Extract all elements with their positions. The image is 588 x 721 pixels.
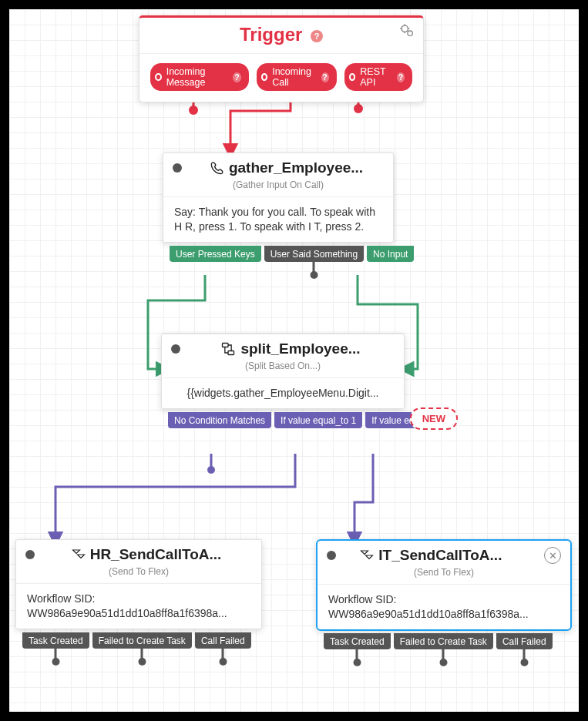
output-tabs: Task Created Failed to Create Task Call … <box>324 633 553 649</box>
trigger-title-text: Trigger <box>240 24 302 45</box>
widget-body: {{widgets.gather_EmployeeMenu.Digit... <box>162 378 404 408</box>
tab-label: Failed to Create Task <box>99 635 186 646</box>
tab-failed-create[interactable]: Failed to Create Task <box>92 632 192 649</box>
tab-equal-1[interactable]: If value equal_to 1 <box>274 412 362 428</box>
gear-icon[interactable] <box>398 22 415 43</box>
port-incoming-call[interactable]: Incoming Call ? <box>257 63 337 91</box>
svg-rect-4 <box>405 24 405 25</box>
tab-label: Failed to Create Task <box>400 636 487 647</box>
widget-subtitle: (Split Based On...) <box>162 360 404 378</box>
flex-icon <box>72 548 86 562</box>
it-send-widget[interactable]: IT_SendCallToA... ✕ (Send To Flex) Workf… <box>316 539 572 631</box>
tab-no-input[interactable]: No Input <box>367 246 414 262</box>
widget-header[interactable]: split_Employee... <box>162 334 404 360</box>
tab-failed-create[interactable]: Failed to Create Task <box>394 633 493 649</box>
svg-rect-6 <box>400 29 402 29</box>
svg-point-2 <box>207 466 215 474</box>
svg-point-1 <box>354 104 363 113</box>
port-label: Incoming Call <box>272 66 317 88</box>
tab-label: Task Created <box>330 636 385 647</box>
widget-body: Workflow SID: WW986a9e90a51d1dd10a8ff8a1… <box>16 584 261 629</box>
output-tabs: User Pressed Keys User Said Something No… <box>170 246 414 262</box>
svg-rect-5 <box>405 32 405 33</box>
tab-label: If value equal_to 1 <box>281 415 356 426</box>
widget-title: gather_Employee... <box>209 159 363 176</box>
gather-widget[interactable]: gather_Employee... (Gather Input On Call… <box>163 153 394 243</box>
widget-subtitle: (Send To Flex) <box>16 566 261 584</box>
trigger-node[interactable]: Trigger ? Incoming Message ? Incoming C <box>139 15 424 102</box>
tab-label: User Pressed Keys <box>176 249 255 260</box>
tab-call-failed[interactable]: Call Failed <box>496 633 553 649</box>
split-widget[interactable]: split_Employee... (Split Based On...) {{… <box>161 334 405 409</box>
widget-title: HR_SendCallToA... <box>72 546 222 563</box>
tab-no-match[interactable]: No Condition Matches <box>168 412 271 428</box>
close-icon[interactable]: ✕ <box>544 547 561 564</box>
tab-label: Call Failed <box>502 636 546 647</box>
widget-title: split_Employee... <box>220 340 360 357</box>
output-tabs: Task Created Failed to Create Task Call … <box>22 632 251 649</box>
tab-call-failed[interactable]: Call Failed <box>195 632 251 649</box>
body-value: WW986a9e90a51d1dd10a8ff8a1f6398a... <box>27 606 250 621</box>
widget-title-text: split_Employee... <box>240 340 360 357</box>
tab-label: No Condition Matches <box>174 415 265 426</box>
tab-label: No Input <box>373 249 408 260</box>
svg-rect-10 <box>228 351 234 355</box>
phone-icon <box>209 160 224 176</box>
widget-subtitle: (Gather Input On Call) <box>163 179 393 197</box>
tab-label: Task Created <box>29 635 83 646</box>
svg-rect-7 <box>408 29 409 29</box>
help-icon[interactable]: ? <box>397 72 405 82</box>
grip-icon[interactable] <box>173 163 182 173</box>
tab-label: Call Failed <box>201 635 245 646</box>
help-icon[interactable]: ? <box>233 72 240 82</box>
widget-title: IT_SendCallToA... <box>360 547 502 564</box>
widget-header[interactable]: HR_SendCallToA... <box>16 540 261 566</box>
port-circle-icon <box>349 73 356 81</box>
trigger-ports: Incoming Message ? Incoming Call ? REST … <box>139 54 423 102</box>
new-condition-button[interactable]: NEW <box>410 407 458 430</box>
tab-label: User Said Something <box>270 249 358 260</box>
tab-user-said-something[interactable]: User Said Something <box>264 246 364 262</box>
split-icon <box>220 341 236 357</box>
body-label: Workflow SID: <box>27 592 250 606</box>
widget-title-text: gather_Employee... <box>229 159 363 176</box>
body-value: WW986a9e90a51d1dd10a8ff8a1f6398a... <box>328 607 559 622</box>
port-rest-api[interactable]: REST API ? <box>344 63 412 91</box>
flex-icon <box>360 548 374 562</box>
tab-task-created[interactable]: Task Created <box>22 632 89 649</box>
port-circle-icon <box>261 73 268 81</box>
widget-title-text: IT_SendCallToA... <box>378 547 502 564</box>
widget-body: Workflow SID: WW986a9e90a51d1dd10a8ff8a1… <box>318 585 570 629</box>
grip-icon[interactable] <box>327 551 336 560</box>
port-label: Incoming Message <box>166 66 230 88</box>
hr-send-widget[interactable]: HR_SendCallToA... (Send To Flex) Workflo… <box>15 539 262 629</box>
tab-user-pressed-keys[interactable]: User Pressed Keys <box>170 246 261 262</box>
trigger-title: Trigger ? <box>139 18 423 54</box>
help-icon[interactable]: ? <box>311 30 323 42</box>
grip-icon[interactable] <box>25 550 35 559</box>
port-circle-icon <box>155 73 162 81</box>
widget-header[interactable]: IT_SendCallToA... ✕ <box>318 541 570 567</box>
widget-body: Say: Thank you for you call. To speak wi… <box>163 197 393 242</box>
widget-subtitle: (Send To Flex) <box>318 567 570 585</box>
body-label: Workflow SID: <box>328 592 559 607</box>
grip-icon[interactable] <box>171 344 180 354</box>
help-icon[interactable]: ? <box>321 72 329 82</box>
widget-header[interactable]: gather_Employee... <box>163 153 393 179</box>
tab-task-created[interactable]: Task Created <box>324 633 391 649</box>
svg-point-3 <box>402 25 408 32</box>
svg-rect-9 <box>223 344 229 347</box>
svg-point-0 <box>189 106 198 115</box>
port-incoming-message[interactable]: Incoming Message ? <box>150 63 249 91</box>
flow-canvas[interactable]: Trigger ? Incoming Message ? Incoming C <box>9 9 579 712</box>
widget-title-text: HR_SendCallToA... <box>90 546 222 563</box>
svg-point-8 <box>408 31 412 35</box>
port-label: REST API <box>360 66 393 88</box>
